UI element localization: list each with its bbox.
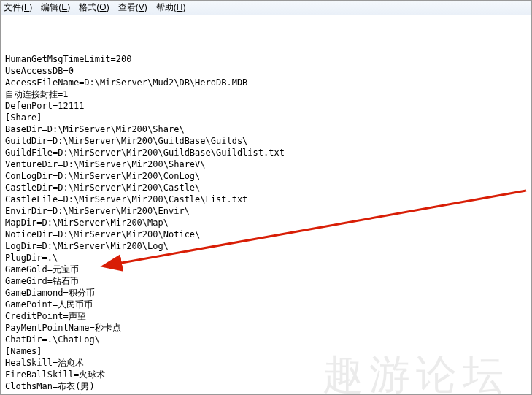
- text-line: GameGird=钻石币: [5, 275, 527, 287]
- text-line: EnvirDir=D:\MirServer\Mir200\Envir\: [5, 205, 527, 217]
- text-line: GameDiamond=积分币: [5, 287, 527, 299]
- text-line: VentureDir=D:\MirServer\Mir200\ShareV\: [5, 158, 527, 170]
- text-line: BaseDir=D:\MirServer\Mir200\Share\: [5, 123, 527, 135]
- text-line: [Names]: [5, 345, 527, 357]
- text-line: DefenPort=12111: [5, 100, 527, 112]
- text-line: LogDir=D:\MirServer\Mir200\Log\: [5, 240, 527, 252]
- text-line: GuildFile=D:\MirServer\Mir200\GuildBase\…: [5, 147, 527, 158]
- menu-help[interactable]: 帮助(H): [156, 1, 186, 14]
- text-line: MapDir=D:\MirServer\Mir200\Map\: [5, 217, 527, 229]
- text-line: ChatDir=.\ChatLog\: [5, 334, 527, 345]
- text-line: HumanGetMsgTimeLimit=200: [5, 53, 527, 65]
- text-line: CreditPoint=声望: [5, 310, 527, 322]
- text-line: CastleDir=D:\MirServer\Mir200\Castle\: [5, 182, 527, 193]
- text-line: GameGold=元宝币: [5, 264, 527, 275]
- text-line: CastleFile=D:\MirServer\Mir200\Castle\Li…: [5, 193, 527, 205]
- menu-edit[interactable]: 编辑(E): [41, 1, 70, 14]
- text-line: NoticeDir=D:\MirServer\Mir200\Notice\: [5, 229, 527, 240]
- menu-view[interactable]: 查看(V): [118, 1, 147, 14]
- text-line: [Share]: [5, 112, 527, 123]
- text-line: GamePoint=人民币币: [5, 299, 527, 310]
- text-content-area[interactable]: 趣游论坛 QuYouBBS.Com HumanGetMsgTimeLimit=2…: [1, 15, 531, 395]
- text-line: UseAccessDB=0: [5, 65, 527, 77]
- text-line: ClothsWoman=布衣(女): [5, 392, 527, 395]
- text-line: ClothsMan=布衣(男): [5, 380, 527, 392]
- text-line: HealSkill=治愈术: [5, 357, 527, 369]
- menubar: 文件(F) 编辑(E) 格式(O) 查看(V) 帮助(H): [1, 1, 531, 15]
- text-line: PayMentPointName=秒卡点: [5, 322, 527, 334]
- menu-format[interactable]: 格式(O): [79, 1, 109, 14]
- text-line: ConLogDir=D:\MirServer\Mir200\ConLog\: [5, 170, 527, 182]
- menu-file[interactable]: 文件(F): [4, 1, 32, 14]
- text-line: GuildDir=D:\MirServer\Mir200\GuildBase\G…: [5, 135, 527, 147]
- text-line: PlugDir=.\: [5, 252, 527, 264]
- text-line: FireBallSkill=火球术: [5, 369, 527, 380]
- text-line: AccessFileName=D:\MirServer\Mud2\DB\Hero…: [5, 77, 527, 88]
- text-line: 自动连接封挂=1: [5, 88, 527, 100]
